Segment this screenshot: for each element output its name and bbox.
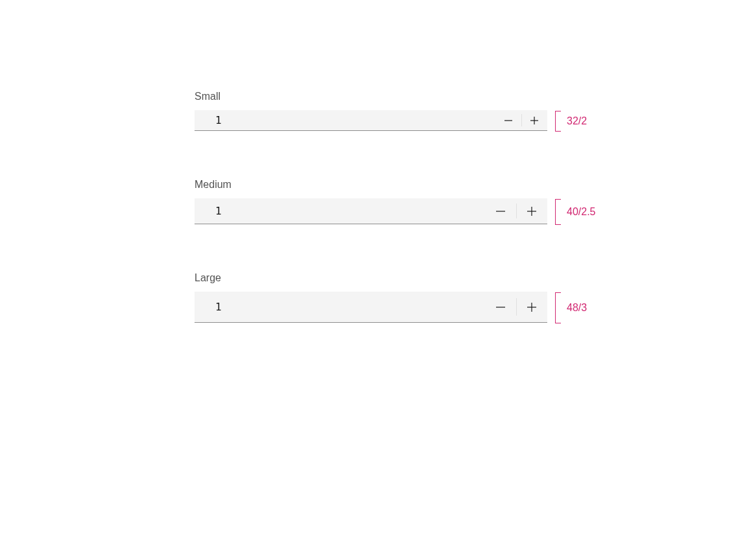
quantity-stepper-large[interactable]: 1 — [195, 292, 547, 323]
increment-button[interactable] — [516, 292, 547, 322]
increment-button[interactable] — [516, 198, 547, 224]
minus-icon — [495, 302, 506, 312]
dimension-label: 40/2.5 — [567, 206, 595, 218]
dimension-bracket-icon — [555, 111, 560, 132]
quantity-stepper-small[interactable]: 1 — [195, 110, 547, 131]
size-label: Medium — [195, 179, 597, 191]
dimension-bracket-icon — [555, 292, 560, 323]
stepper-group-large: Large 1 48/3 — [195, 272, 597, 323]
dimension-bracket-icon — [555, 199, 560, 225]
decrement-button[interactable] — [495, 110, 521, 130]
size-label: Small — [195, 91, 597, 102]
stepper-value[interactable]: 1 — [195, 110, 495, 130]
size-label: Large — [195, 272, 597, 284]
dimension-label: 32/2 — [567, 115, 587, 127]
stepper-value[interactable]: 1 — [195, 198, 485, 224]
decrement-button[interactable] — [485, 198, 516, 224]
stepper-group-small: Small 1 32/2 — [195, 91, 597, 131]
dimension-label: 48/3 — [567, 302, 587, 314]
quantity-stepper-medium[interactable]: 1 — [195, 198, 547, 224]
stepper-value[interactable]: 1 — [195, 292, 485, 322]
dimension-annotation: 32/2 — [555, 111, 587, 132]
dimension-annotation: 48/3 — [555, 292, 587, 323]
dimension-annotation: 40/2.5 — [555, 199, 595, 225]
increment-button[interactable] — [521, 110, 547, 130]
stepper-size-spec: Small 1 32/2 Medium 1 — [195, 91, 597, 371]
plus-icon — [527, 302, 537, 312]
decrement-button[interactable] — [485, 292, 516, 322]
plus-icon — [530, 116, 539, 125]
minus-icon — [504, 116, 513, 125]
minus-icon — [495, 206, 506, 216]
stepper-group-medium: Medium 1 40/2.5 — [195, 179, 597, 224]
plus-icon — [527, 206, 537, 216]
